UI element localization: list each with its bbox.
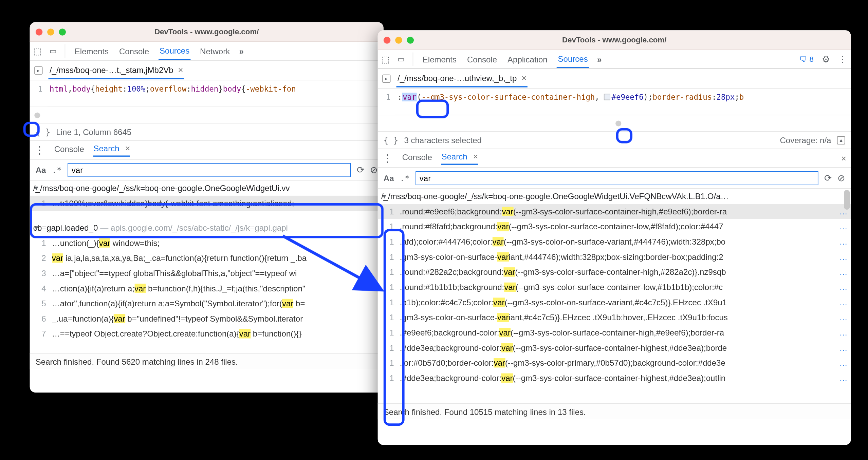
- settings-gear-icon[interactable]: ⚙: [822, 54, 830, 65]
- result-row[interactable]: 1.gm3-sys-color-on-surface-variant,#c4c7…: [378, 310, 851, 325]
- result-row[interactable]: 1.#dde3ea;background-color:var(--gm3-sys…: [378, 370, 851, 386]
- selected-text: var: [402, 93, 417, 101]
- cursor-position: Line 1, Column 6645: [56, 127, 131, 136]
- result-row[interactable]: 1.afd);color:#444746;color:var(--gm3-sys…: [378, 234, 851, 249]
- clear-icon[interactable]: ⊘: [837, 172, 845, 184]
- window-close-button[interactable]: [36, 28, 43, 35]
- file-tab-label: /_/mss/boq-one-…t,_stam,jMb2Vb: [50, 65, 173, 74]
- pretty-print-icon[interactable]: { }: [384, 135, 398, 145]
- drawer-tab-console[interactable]: Console: [402, 152, 432, 164]
- drawer-tab-search[interactable]: Search ×: [93, 143, 130, 156]
- window-maximize-button[interactable]: [59, 28, 66, 35]
- show-navigator-icon[interactable]: ▸: [34, 66, 42, 74]
- window-maximize-button[interactable]: [407, 36, 414, 43]
- code-editor[interactable]: 1 html,body{height:100%;overflow:hidden}…: [30, 80, 384, 107]
- more-tabs-chevron-icon[interactable]: »: [239, 46, 243, 56]
- refresh-icon[interactable]: ⟳: [824, 172, 832, 184]
- result-line-number: 1: [381, 370, 394, 386]
- close-icon[interactable]: ×: [178, 65, 183, 75]
- clear-icon[interactable]: ⊘: [370, 164, 377, 175]
- result-file-header[interactable]: ▼ /_/mss/boq-one-google/_/ss/k=boq-one-g…: [378, 189, 851, 204]
- match-case-icon[interactable]: Aa: [36, 165, 46, 174]
- result-file-path: /_/mss/boq-one-google/_/ss/k=boq-one-goo…: [381, 189, 729, 204]
- result-row[interactable]: 2var ia,ja,la,sa,ta,xa,ya,Ba;_.ca=functi…: [30, 250, 384, 266]
- result-row[interactable]: 7…==typeof Object.create?Object.create:f…: [30, 326, 384, 342]
- minimap[interactable]: [378, 115, 851, 132]
- window-minimize-button[interactable]: [47, 28, 54, 35]
- kebab-menu-icon[interactable]: ⋮: [838, 54, 847, 65]
- window-title: DevTools - www.google.com/: [378, 36, 851, 44]
- file-tab[interactable]: /_/mss/boq-one-…uthview,_b,_tp ×: [396, 69, 528, 87]
- code-line: html,body{height:100%;overflow:hidden}bo…: [47, 80, 298, 107]
- result-row[interactable]: 1…unction(_){var window=this;: [30, 235, 384, 251]
- tab-sources[interactable]: Sources: [159, 42, 191, 60]
- refresh-icon[interactable]: ⟳: [357, 164, 364, 175]
- regex-icon[interactable]: .*: [400, 173, 410, 183]
- regex-icon[interactable]: .*: [52, 165, 62, 174]
- titlebar[interactable]: DevTools - www.google.com/: [378, 30, 851, 50]
- tab-elements[interactable]: Elements: [421, 51, 458, 67]
- result-row[interactable]: 1.#dde3ea;background-color:var(--gm3-sys…: [378, 340, 851, 356]
- result-file-header[interactable]: ▼ /_/mss/boq-one-google/_/ss/k=boq-one-g…: [30, 180, 384, 196]
- result-text: .round:#282a2c;background:var(--gm3-sys-…: [400, 265, 838, 280]
- search-results[interactable]: ▼ /_/mss/boq-one-google/_/ss/k=boq-one-g…: [30, 180, 384, 353]
- inspect-element-icon[interactable]: ⬚: [381, 54, 389, 64]
- window-minimize-button[interactable]: [395, 36, 402, 43]
- match-case-icon[interactable]: Aa: [384, 173, 394, 183]
- close-icon[interactable]: ×: [473, 151, 478, 161]
- result-row[interactable]: 1.gm3-sys-color-on-surface-variant,#4447…: [378, 249, 851, 265]
- tab-application[interactable]: Application: [506, 51, 549, 67]
- search-input[interactable]: [415, 171, 818, 185]
- issues-badge[interactable]: 🗨 8: [799, 55, 814, 63]
- result-row[interactable]: 5…ator",function(a){if(a)return a;a=Symb…: [30, 296, 384, 311]
- result-text: …ction(a){if(a)return a;var b=function(f…: [52, 281, 380, 296]
- minimap[interactable]: [30, 107, 384, 123]
- close-icon[interactable]: ×: [521, 73, 527, 83]
- result-row[interactable]: 1.b1b);color:#c4c7c5;color:var(--gm3-sys…: [378, 295, 851, 310]
- file-tab[interactable]: /_/mss/boq-one-…t,_stam,jMb2Vb ×: [49, 61, 184, 79]
- tab-console[interactable]: Console: [466, 51, 498, 67]
- tab-network[interactable]: Network: [199, 43, 231, 59]
- drawer-menu-icon[interactable]: ⋮: [382, 152, 393, 165]
- devtools-window-right: DevTools - www.google.com/ ⬚ ▭ Elements …: [378, 30, 851, 445]
- result-line-number: 1: [381, 265, 394, 280]
- window-close-button[interactable]: [384, 36, 391, 43]
- result-line-number: 1: [381, 280, 394, 295]
- result-text: .round:#f8fafd;background:var(--gm3-sys-…: [400, 219, 838, 234]
- result-file-header[interactable]: ▼ cb=gapi.loaded_0 — apis.google.com/_/s…: [30, 220, 384, 235]
- close-drawer-icon[interactable]: ×: [841, 153, 846, 163]
- result-row[interactable]: 1.round:#f8fafd;background:var(--gm3-sys…: [378, 219, 851, 234]
- tab-elements[interactable]: Elements: [73, 43, 110, 59]
- result-row[interactable]: 1.#e9eef6;background-color:var(--gm3-sys…: [378, 325, 851, 340]
- result-text: …ator",function(a){if(a)return a;a=Symbo…: [52, 296, 380, 311]
- titlebar[interactable]: DevTools - www.google.com/: [30, 22, 384, 42]
- device-toolbar-icon[interactable]: ▭: [50, 46, 57, 55]
- result-row[interactable]: 1.round:#1b1b1b;background:var(--gm3-sys…: [378, 280, 851, 295]
- vertical-scrollbar[interactable]: [844, 189, 850, 403]
- drawer-tab-search[interactable]: Search ×: [441, 151, 478, 165]
- result-line-number: 6: [33, 311, 46, 326]
- search-input[interactable]: [68, 163, 351, 177]
- coverage-icon[interactable]: ▲: [837, 136, 845, 144]
- device-toolbar-icon[interactable]: ▭: [398, 55, 405, 63]
- result-row[interactable]: 4…ction(a){if(a)return a;var b=function(…: [30, 281, 384, 296]
- result-row[interactable]: 1 …t:100%;overflow:hidden}body{-webkit-f…: [30, 196, 384, 211]
- drawer-menu-icon[interactable]: ⋮: [34, 143, 45, 156]
- result-row[interactable]: 6_.ua=function(a){var b="undefined"!=typ…: [30, 311, 384, 326]
- result-line-number: 1: [381, 340, 394, 356]
- tab-sources[interactable]: Sources: [557, 51, 589, 68]
- tab-console[interactable]: Console: [118, 43, 150, 59]
- close-icon[interactable]: ×: [125, 143, 130, 153]
- inspect-element-icon[interactable]: ⬚: [33, 46, 41, 56]
- more-tabs-chevron-icon[interactable]: »: [597, 55, 601, 64]
- show-navigator-icon[interactable]: ▸: [382, 74, 390, 82]
- result-row[interactable]: 1.round:#e9eef6;background:var(--gm3-sys…: [378, 204, 851, 219]
- result-row[interactable]: 1.round:#282a2c;background:var(--gm3-sys…: [378, 265, 851, 280]
- code-editor[interactable]: 1 :var(--gm3-sys-color-surface-container…: [378, 89, 851, 115]
- result-row[interactable]: 3…a=["object"==typeof globalThis&&global…: [30, 266, 384, 281]
- result-row[interactable]: 1.lor:#0b57d0;border-color:var(--gm3-sys…: [378, 355, 851, 370]
- search-results[interactable]: ▼ /_/mss/boq-one-google/_/ss/k=boq-one-g…: [378, 189, 851, 403]
- color-swatch-icon[interactable]: [604, 94, 610, 100]
- pretty-print-icon[interactable]: { }: [36, 127, 50, 136]
- drawer-tab-console[interactable]: Console: [54, 144, 84, 156]
